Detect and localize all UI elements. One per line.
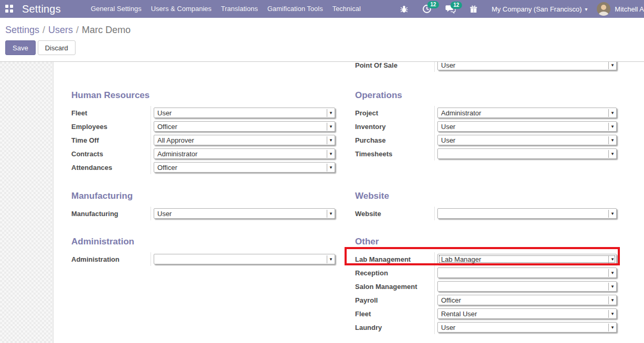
field-label: Point Of Sale: [355, 62, 435, 72]
field-row: Salon Management ▼: [355, 280, 617, 293]
dropdown-arrow-icon: ▼: [608, 123, 616, 131]
activity-clock-icon[interactable]: 12: [422, 4, 432, 14]
field-label: Time Off: [71, 133, 151, 147]
company-switcher[interactable]: My Company (San Francisco) ▾: [491, 5, 587, 13]
field-label: Timesheets: [355, 147, 435, 160]
field-row: Website ▼: [355, 207, 617, 220]
menu-item-translations[interactable]: Translations: [216, 0, 262, 18]
field-row: Attendances Officer▼: [71, 160, 335, 174]
dropdown-arrow-icon: ▼: [608, 269, 616, 277]
field-label: Administration: [71, 252, 151, 266]
field-label: Contracts: [71, 147, 151, 160]
menu-item-users-companies[interactable]: Users & Companies: [146, 0, 217, 18]
field-row: Payroll Officer▼: [355, 293, 617, 307]
section-human-resources: Human Resources Fleet User▼ Employees Of…: [71, 90, 335, 174]
section-other: Other Lab Management Lab Manager▼ Recept…: [355, 237, 617, 334]
save-button[interactable]: Save: [5, 40, 36, 55]
field-label: Salon Management: [355, 280, 435, 293]
website-select[interactable]: ▼: [437, 208, 617, 219]
topbar: Settings General Settings Users & Compan…: [0, 0, 644, 18]
dropdown-arrow-icon: ▼: [327, 164, 335, 172]
app-title[interactable]: Settings: [22, 3, 61, 15]
menu-item-general-settings[interactable]: General Settings: [86, 0, 146, 18]
menu-item-gamification-tools[interactable]: Gamification Tools: [263, 0, 328, 18]
breadcrumb-separator: /: [42, 25, 45, 35]
other-payroll-select[interactable]: Officer▼: [437, 295, 617, 305]
hr-attendances-select[interactable]: Officer▼: [154, 162, 335, 173]
field-row: Employees Officer▼: [71, 120, 335, 133]
top-menu: General Settings Users & Companies Trans…: [86, 0, 366, 18]
section-title: Website: [355, 191, 617, 201]
dropdown-arrow-icon: ▼: [608, 150, 616, 158]
screen: Settings General Settings Users & Compan…: [0, 0, 644, 343]
other-fleet-select[interactable]: Rental User▼: [437, 308, 617, 319]
field-label: Attendances: [71, 160, 151, 174]
dropdown-arrow-icon: ▼: [608, 296, 616, 304]
dropdown-arrow-icon: ▼: [327, 210, 335, 218]
breadcrumb-users[interactable]: Users: [48, 25, 73, 35]
operations-purchase-select[interactable]: User▼: [437, 135, 617, 145]
dropdown-arrow-icon: ▼: [327, 150, 335, 158]
field-row: Timesheets ▼: [355, 147, 617, 160]
dropdown-arrow-icon: ▼: [608, 255, 616, 263]
operations-project-select[interactable]: Administrator▼: [437, 108, 617, 118]
administration-select[interactable]: ▼: [154, 254, 335, 264]
menu-item-technical[interactable]: Technical: [328, 0, 366, 18]
field-label: Laundry: [355, 320, 435, 334]
other-salon-management-select[interactable]: ▼: [437, 281, 617, 292]
gift-icon[interactable]: [469, 5, 478, 14]
other-laundry-select[interactable]: User▼: [437, 322, 617, 333]
field-row: Contracts Administrator▼: [71, 147, 335, 160]
dropdown-arrow-icon: ▼: [327, 109, 335, 117]
field-row: Project Administrator▼: [355, 106, 617, 120]
dropdown-arrow-icon: ▼: [608, 62, 616, 69]
field-row: Administration ▼: [71, 252, 335, 266]
field-row: Fleet Rental User▼: [355, 307, 617, 320]
user-menu[interactable]: Mitchell A: [597, 2, 644, 16]
field-label: Lab Management: [355, 252, 435, 266]
field-label: Reception: [355, 266, 435, 280]
dropdown-arrow-icon: ▼: [327, 255, 335, 263]
dropdown-arrow-icon: ▼: [608, 109, 616, 117]
messages-icon[interactable]: 12: [445, 5, 456, 14]
other-lab-management-select[interactable]: Lab Manager▼: [437, 254, 617, 264]
section-title: Other: [355, 237, 617, 246]
form-content: Point Of Sale User ▼ Human Resources Fle…: [0, 62, 644, 343]
form-sheet: Point Of Sale User ▼ Human Resources Fle…: [53, 62, 644, 343]
breadcrumb: Settings/Users/Marc Demo: [5, 24, 644, 36]
control-panel: Settings/Users/Marc Demo Save Discard: [0, 18, 644, 62]
field-row: Manufacturing User▼: [71, 207, 335, 220]
field-row-point-of-sale: Point Of Sale User ▼: [355, 62, 617, 72]
avatar: [597, 2, 610, 16]
breadcrumb-current: Marc Demo: [82, 25, 131, 35]
discard-button[interactable]: Discard: [38, 40, 76, 55]
field-row: Fleet User▼: [71, 106, 335, 120]
operations-inventory-select[interactable]: User▼: [437, 121, 617, 132]
manufacturing-select[interactable]: User▼: [154, 208, 335, 219]
hr-contracts-select[interactable]: Administrator▼: [154, 148, 335, 159]
dropdown-arrow-icon: ▼: [327, 136, 335, 144]
dropdown-arrow-icon: ▼: [608, 310, 616, 318]
hr-time-off-select[interactable]: All Approver▼: [154, 135, 335, 145]
hr-fleet-select[interactable]: User▼: [154, 108, 335, 118]
bug-icon[interactable]: [400, 5, 409, 14]
other-reception-select[interactable]: ▼: [437, 267, 617, 278]
breadcrumb-settings[interactable]: Settings: [5, 25, 39, 35]
dropdown-arrow-icon: ▼: [608, 324, 616, 331]
form-buttons: Save Discard: [5, 40, 644, 55]
field-row: Reception ▼: [355, 266, 617, 280]
hr-employees-select[interactable]: Officer▼: [154, 121, 335, 132]
section-operations: Operations Project Administrator▼ Invent…: [355, 90, 617, 160]
field-label: Fleet: [71, 106, 151, 120]
section-title: Administration: [71, 237, 335, 246]
user-name: Mitchell A: [615, 5, 644, 13]
section-website: Website Website ▼: [355, 191, 617, 220]
chevron-down-icon: ▾: [585, 6, 587, 12]
operations-timesheets-select[interactable]: ▼: [437, 148, 617, 159]
breadcrumb-separator: /: [76, 25, 79, 35]
field-label: Payroll: [355, 293, 435, 307]
point-of-sale-select[interactable]: User ▼: [437, 62, 617, 70]
dropdown-arrow-icon: ▼: [608, 210, 616, 218]
section-title: Human Resources: [71, 90, 335, 100]
apps-grid-icon[interactable]: [5, 5, 14, 13]
